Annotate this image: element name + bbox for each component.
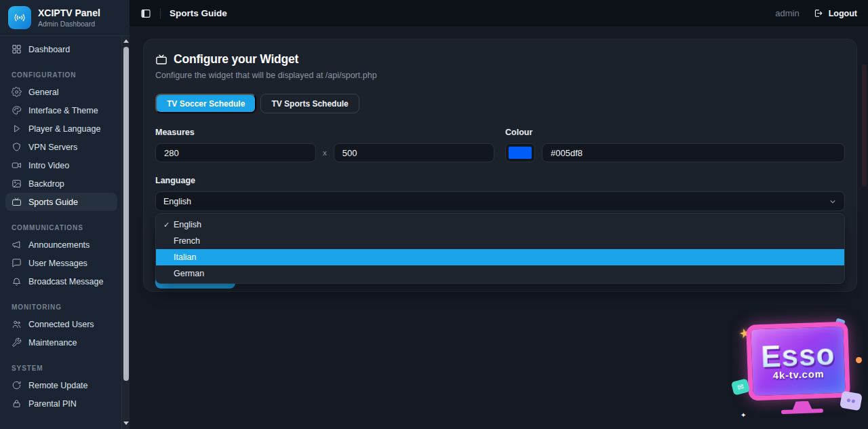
sidebar-item-label: Remote Update xyxy=(28,381,88,390)
video-camera-icon xyxy=(12,160,22,170)
logout-icon xyxy=(813,8,823,18)
gear-icon xyxy=(12,87,22,97)
megaphone-icon xyxy=(12,240,22,250)
broadcast-icon xyxy=(13,11,26,24)
sidebar-item-general[interactable]: General xyxy=(5,83,117,101)
image-icon xyxy=(12,179,22,189)
colour-picker[interactable] xyxy=(505,143,535,162)
refresh-icon xyxy=(12,380,22,390)
watermark-logo: ★ Esso 4k-tv.com ✉ ✦ xyxy=(734,318,864,426)
sidebar-toggle-icon[interactable] xyxy=(140,8,151,19)
chevron-down-icon xyxy=(829,198,837,206)
sidebar-item-label: Maintenance xyxy=(28,338,77,348)
sidebar-heading-configuration: CONFIGURATION xyxy=(12,71,117,79)
colour-label: Colour xyxy=(505,128,845,137)
page-scrollbar-thumb[interactable] xyxy=(862,64,867,187)
sidebar-item-sports-guide[interactable]: Sports Guide xyxy=(5,193,117,211)
dropdown-option-italian[interactable]: Italian xyxy=(156,249,844,265)
sidebar-item-interface-theme[interactable]: Interface & Theme xyxy=(5,101,117,119)
scroll-down-arrow[interactable] xyxy=(122,418,130,428)
sidebar-item-label: Announcements xyxy=(28,240,90,250)
measures-group: Measures x xyxy=(155,128,496,162)
sidebar-heading-communications: COMMUNICATIONS xyxy=(12,224,117,231)
dot-decoration xyxy=(856,357,862,363)
sidebar-item-label: Sports Guide xyxy=(28,198,78,207)
wrench-icon xyxy=(12,337,22,348)
logout-button[interactable]: Logout xyxy=(813,8,857,18)
language-selected-value: English xyxy=(163,197,191,206)
measures-separator: x xyxy=(323,149,327,157)
sidebar-item-label: Interface & Theme xyxy=(28,106,98,115)
tv-icon xyxy=(12,197,22,207)
sidebar-item-broadcast-message[interactable]: Broadcast Message xyxy=(5,272,117,291)
sidebar-item-maintenance[interactable]: Maintenance xyxy=(5,333,117,352)
play-icon xyxy=(12,124,22,134)
lock-icon xyxy=(12,398,22,409)
sidebar: XCIPTV Panel Admin Dashboard Dashboard C… xyxy=(0,0,130,429)
watermark-tv-stand xyxy=(792,400,812,411)
cube-decoration-icon xyxy=(834,318,845,329)
tab-tv-sports-schedule[interactable]: TV Sports Schedule xyxy=(260,94,359,113)
sidebar-item-user-messages[interactable]: User Messages xyxy=(5,254,117,272)
sidebar-item-announcements[interactable]: Announcements xyxy=(5,236,117,254)
sidebar-heading-system: SYSTEM xyxy=(12,365,117,372)
watermark-tv-shape: Esso 4k-tv.com xyxy=(746,321,850,400)
schedule-tabs: TV Soccer Schedule TV Sports Schedule xyxy=(155,94,845,113)
sidebar-item-label: Intro Video xyxy=(28,161,69,170)
card-title: Configure your Widget xyxy=(174,52,298,67)
colour-group: Colour xyxy=(505,128,845,162)
sidebar-item-label: Broadcast Message xyxy=(28,277,103,286)
watermark-title: Esso xyxy=(760,341,835,370)
dropdown-option-english[interactable]: ✓ English xyxy=(156,217,844,233)
mail-decoration-icon: ✉ xyxy=(731,378,750,395)
sidebar-header: XCIPTV Panel Admin Dashboard xyxy=(0,0,130,36)
watermark-tv-base xyxy=(781,409,823,414)
app-root: XCIPTV Panel Admin Dashboard Dashboard C… xyxy=(0,0,868,429)
cube-decoration-icon xyxy=(809,333,816,341)
language-dropdown: ✓ English French Italian German xyxy=(155,213,845,284)
sidebar-nav: Dashboard CONFIGURATION General xyxy=(0,36,130,413)
sidebar-item-label: VPN Servers xyxy=(28,143,77,152)
tab-tv-soccer-schedule[interactable]: TV Soccer Schedule xyxy=(155,94,256,113)
sidebar-item-label: General xyxy=(28,88,58,97)
shield-icon xyxy=(12,142,22,152)
sidebar-item-parental-pin[interactable]: Parental PIN xyxy=(5,394,117,413)
sidebar-item-connected-users[interactable]: Connected Users xyxy=(5,315,117,333)
app-subtitle: Admin Dashboard xyxy=(38,20,100,28)
users-icon xyxy=(12,319,22,329)
option-label: English xyxy=(174,220,201,229)
sidebar-item-label: Dashboard xyxy=(28,45,70,54)
language-select[interactable]: English xyxy=(155,191,845,211)
username-label: admin xyxy=(775,8,799,18)
sidebar-item-label: Parental PIN xyxy=(28,399,77,409)
sidebar-heading-monitoring: MONITORING xyxy=(12,303,117,311)
dashboard-icon xyxy=(12,44,22,54)
sidebar-item-label: User Messages xyxy=(28,259,87,268)
sidebar-item-intro-video[interactable]: Intro Video xyxy=(5,156,117,174)
option-label: Italian xyxy=(174,253,196,262)
check-icon: ✓ xyxy=(163,221,171,229)
sidebar-item-vpn-servers[interactable]: VPN Servers xyxy=(5,138,117,156)
watermark-subtitle: 4k-tv.com xyxy=(773,369,825,381)
page-title: Sports Guide xyxy=(170,8,227,18)
sidebar-item-label: Connected Users xyxy=(28,320,94,329)
measure-height-input[interactable] xyxy=(334,143,494,162)
app-identity: XCIPTV Panel Admin Dashboard xyxy=(38,7,100,28)
colour-hex-input[interactable] xyxy=(542,143,845,162)
sidebar-item-dashboard[interactable]: Dashboard xyxy=(5,40,117,58)
measure-width-input[interactable] xyxy=(155,143,316,162)
main-content: Configure your Widget Configure the widg… xyxy=(130,27,868,429)
sidebar-item-backdrop[interactable]: Backdrop xyxy=(5,174,117,193)
sidebar-scrollbar[interactable] xyxy=(121,36,130,429)
language-group: Language English xyxy=(155,176,845,211)
photo-decoration-icon xyxy=(840,391,863,411)
logout-label: Logout xyxy=(829,9,857,18)
sidebar-scrollbar-thumb[interactable] xyxy=(123,47,129,381)
language-label: Language xyxy=(155,176,845,185)
dropdown-option-german[interactable]: German xyxy=(156,265,844,282)
scroll-up-arrow[interactable] xyxy=(122,36,130,45)
dropdown-option-french[interactable]: French xyxy=(156,233,844,249)
bell-icon xyxy=(12,276,22,286)
sidebar-item-remote-update[interactable]: Remote Update xyxy=(5,376,117,394)
sidebar-item-player-language[interactable]: Player & Language xyxy=(5,119,117,138)
